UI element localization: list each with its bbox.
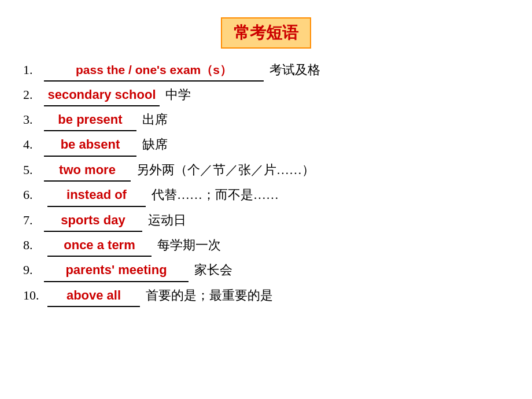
title-box: 常考短语 <box>221 17 311 49</box>
item-number: 2. <box>23 84 44 105</box>
chinese-meaning: 出席 <box>142 109 168 130</box>
phrase-text: sports day <box>58 209 127 231</box>
chinese-meaning: 家长会 <box>194 259 232 280</box>
list-item: 7.sports day运动日 <box>23 209 509 232</box>
phrase-text: parents' meeting <box>63 259 169 280</box>
list-item: 2.secondary school中学 <box>23 84 509 106</box>
item-number: 7. <box>23 209 44 231</box>
phrases-list: 1.pass the / one's exam（s）考试及格2.secondar… <box>23 59 509 307</box>
phrase-text: two more <box>57 159 118 180</box>
item-number: 1. <box>23 59 44 80</box>
list-item: 8.once a term每学期一次 <box>23 234 509 257</box>
phrase-text: secondary school <box>45 84 158 105</box>
list-item: 6.instead of代替……；而不是…… <box>23 184 509 206</box>
phrase-text: pass the / one's exam（s） <box>73 60 234 80</box>
item-number: 5. <box>23 159 44 180</box>
list-item: 1.pass the / one's exam（s）考试及格 <box>23 59 509 82</box>
item-number: 9. <box>23 259 44 280</box>
item-number: 3. <box>23 109 44 130</box>
item-number: 4. <box>23 134 44 155</box>
item-number: 6. <box>23 184 47 205</box>
phrase-text: once a term <box>61 234 138 256</box>
chinese-meaning: 运动日 <box>148 209 186 231</box>
chinese-meaning: 考试及格 <box>269 59 320 80</box>
phrase-text: instead of <box>64 184 129 205</box>
chinese-meaning: 代替……；而不是…… <box>152 184 279 205</box>
chinese-meaning: 中学 <box>165 84 191 105</box>
phrase-text: be absent <box>58 134 123 155</box>
list-item: 3.be present出席 <box>23 109 509 131</box>
list-item: 10.above all首要的是；最重要的是 <box>23 285 509 307</box>
phrase-text: above all <box>64 285 123 306</box>
list-item: 5.two more另外两（个／节／张／片……） <box>23 159 509 182</box>
chinese-meaning: 缺席 <box>142 134 168 155</box>
chinese-meaning: 另外两（个／节／张／片……） <box>136 159 315 180</box>
chinese-meaning: 每学期一次 <box>157 234 221 256</box>
item-number: 10. <box>23 285 47 306</box>
page-title: 常考短语 <box>234 24 298 42</box>
chinese-meaning: 首要的是；最重要的是 <box>146 285 273 306</box>
list-item: 4.be absent缺席 <box>23 134 509 156</box>
item-number: 8. <box>23 234 47 256</box>
phrase-text: be present <box>56 109 124 130</box>
list-item: 9.parents' meeting家长会 <box>23 259 509 282</box>
